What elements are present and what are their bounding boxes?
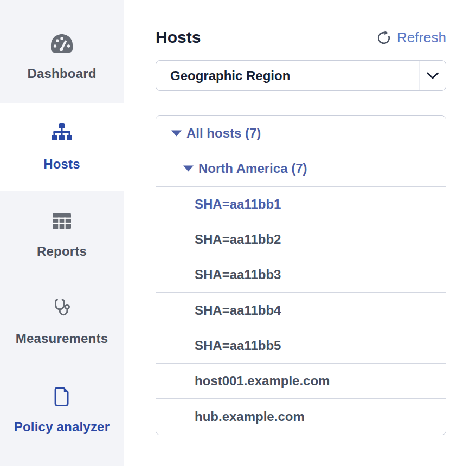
tree-leaf-host[interactable]: hub.example.com (156, 399, 446, 434)
sidebar-item-label: Dashboard (27, 66, 96, 81)
tree-leaf-host[interactable]: SHA=aa11bb2 (156, 222, 446, 257)
tree-node-all-hosts[interactable]: All hosts (7) (156, 116, 446, 151)
sidebar-item-label: Measurements (16, 331, 108, 346)
tree-leaf-label: hub.example.com (195, 409, 305, 424)
sidebar-item-reports[interactable]: Reports (0, 191, 124, 278)
page-title: Hosts (156, 28, 201, 47)
tree-leaf-label: host001.example.com (195, 373, 330, 389)
sidebar-item-policy-analyzer[interactable]: Policy analyzer (0, 365, 124, 466)
host-tree: All hosts (7) North America (7) SHA=aa11… (156, 115, 446, 435)
sidebar-nav: Dashboard Ho (0, 0, 124, 466)
tree-leaf-host[interactable]: SHA=aa11bb5 (156, 328, 446, 364)
gauge-icon (49, 33, 74, 54)
tree-leaf-host[interactable]: SHA=aa11bb3 (156, 257, 446, 293)
sidebar-item-dashboard[interactable]: Dashboard (0, 0, 124, 103)
tree-node-label: North America (7) (198, 161, 307, 176)
region-filter-select[interactable]: Geographic Region (156, 60, 446, 91)
stethoscope-icon (51, 297, 73, 319)
sidebar-item-label: Reports (37, 244, 87, 259)
refresh-icon (376, 30, 391, 45)
tree-leaf-label: SHA=aa11bb1 (195, 197, 281, 212)
caret-down-icon[interactable] (183, 165, 194, 172)
refresh-label: Refresh (397, 29, 446, 46)
tree-leaf-host[interactable]: SHA=aa11bb1 (156, 187, 446, 222)
tree-leaf-host[interactable]: host001.example.com (156, 364, 446, 399)
refresh-button[interactable]: Refresh (376, 29, 446, 46)
region-filter-value: Geographic Region (170, 68, 290, 83)
tree-leaf-host[interactable]: SHA=aa11bb4 (156, 293, 446, 328)
caret-down-icon[interactable] (171, 130, 182, 137)
page-header: Hosts Refresh (156, 28, 446, 47)
app-window: Dashboard Ho (0, 0, 476, 466)
main-content: Hosts Refresh Geographic Region (124, 0, 476, 466)
sidebar-item-measurements[interactable]: Measurements (0, 278, 124, 365)
file-icon (52, 386, 72, 407)
sidebar-item-label: Hosts (43, 157, 80, 172)
tree-leaf-label: SHA=aa11bb3 (195, 267, 281, 282)
sidebar-item-hosts[interactable]: Hosts (0, 103, 124, 191)
chevron-down-icon[interactable] (419, 61, 446, 90)
tree-leaf-label: SHA=aa11bb5 (195, 338, 281, 353)
tree-node-label: All hosts (7) (186, 126, 261, 141)
tree-leaf-label: SHA=aa11bb2 (195, 232, 281, 247)
sidebar-item-label: Policy analyzer (14, 419, 110, 435)
sitemap-icon (50, 123, 74, 145)
table-icon (52, 210, 72, 232)
tree-leaf-label: SHA=aa11bb4 (195, 303, 281, 318)
tree-node-north-america[interactable]: North America (7) (156, 151, 446, 186)
